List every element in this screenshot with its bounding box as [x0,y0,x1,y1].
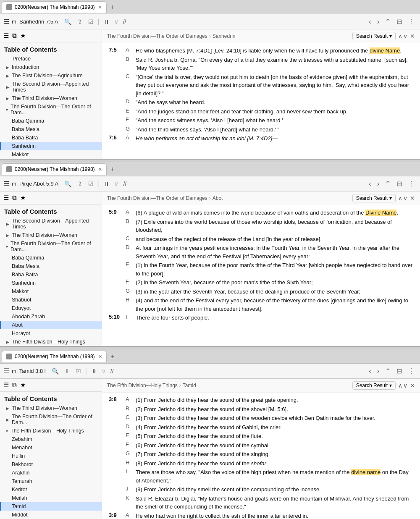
toc-item[interactable]: ▶Introduction [0,63,102,71]
parallel-button[interactable]: ⏸ [102,18,111,26]
toc-item[interactable]: Middot [0,511,102,519]
close-content-button[interactable]: ✕ [410,382,415,389]
toc-item[interactable]: Makkot [0,150,102,159]
sidebar-star-icon[interactable]: ★ [20,194,26,202]
search-button[interactable]: 🔍 [50,367,60,375]
toc-item[interactable]: ▶The Second Division—Appointed Times [0,217,102,231]
next-result-button[interactable]: ∨ [403,33,407,39]
toc-item[interactable]: Baba Qamma [0,254,102,262]
toc-item[interactable]: Bekhorot [0,460,102,469]
toc-item[interactable]: ▶The Fourth Division—The Order of Dam... [0,412,102,427]
share-button[interactable]: ⇪ [76,18,84,26]
sidebar-menu-icon[interactable]: ☰ [3,32,9,39]
split-view-button[interactable]: ⊟ [394,179,404,189]
close-content-button[interactable]: ✕ [410,33,415,39]
hamburger-menu-icon[interactable]: ☰ [3,180,9,188]
toc-item[interactable]: ▶The Fifth Division—Holy Things [0,338,102,346]
forward-nav-button[interactable]: › [375,17,381,26]
sidebar-copy-icon[interactable]: ⧉ [12,194,17,202]
back-nav-button[interactable]: ‹ [367,179,373,189]
toc-item[interactable]: ▶The Third Division—Women [0,231,102,239]
toc-item[interactable]: ▾The Fourth Division—The Order of Dam... [0,239,102,254]
tab-close-button[interactable]: ✕ [98,5,102,10]
sidebar-star-icon[interactable]: ★ [20,381,26,389]
toc-item[interactable]: Zebahim [0,435,102,443]
search-result-button[interactable]: Search Result ▾ [352,194,396,202]
new-tab-button[interactable]: + [109,353,116,360]
layout-button[interactable]: // [121,180,128,188]
parallel-button[interactable]: ⏸ [89,367,99,375]
layout-button[interactable]: // [109,367,116,375]
toc-item[interactable]: ▶The Third Division—Women [0,404,102,412]
prev-result-button[interactable]: ∧ [398,33,402,39]
sidebar-copy-icon[interactable]: ⧉ [12,32,17,39]
toc-item[interactable]: Temurah [0,477,102,485]
toc-item[interactable]: Eduyyot [0,304,102,312]
toc-item[interactable]: ▾The Fourth Division—The Order of Dam... [0,102,102,117]
toc-item[interactable]: Sanhedrin [0,142,102,150]
search-result-button[interactable]: Search Result ▾ [352,381,396,390]
prev-result-button[interactable]: ∧ [398,382,402,389]
toc-item[interactable]: Abot [0,321,102,329]
hamburger-menu-icon[interactable]: ☰ [3,18,9,26]
toc-item[interactable]: Abodah Zarah [0,312,102,321]
toc-item[interactable]: Horayot [0,329,102,338]
toc-item[interactable]: Baba Mesia [0,262,102,270]
check-button[interactable]: ☑ [87,18,95,26]
next-result-button[interactable]: ∨ [403,195,407,202]
check-button[interactable]: ☑ [74,367,83,375]
toc-item[interactable]: Tamid [0,502,102,511]
toc-item[interactable]: Meilah [0,494,102,502]
back-nav-button[interactable]: ‹ [367,367,373,376]
search-button[interactable]: 🔍 [63,18,73,26]
tab-close-button[interactable]: ✕ [98,167,102,172]
toc-item[interactable]: ▶The First Division—Agriculture [0,71,102,80]
options-button[interactable]: ⋮ [406,179,417,189]
sidebar-menu-icon[interactable]: ☰ [3,194,9,202]
back-nav-button[interactable]: ‹ [367,17,373,26]
forward-nav-button[interactable]: › [375,367,381,376]
prev-result-button[interactable]: ∧ [398,195,402,202]
options-button[interactable]: ⋮ [406,366,417,376]
check-button[interactable]: ☑ [87,180,95,188]
toc-item[interactable]: ▶The Third Division—Women [0,94,102,102]
share-button[interactable]: ⇪ [63,367,71,375]
toc-item[interactable]: Baba Mesia [0,125,102,134]
toc-item[interactable]: Keritot [0,485,102,494]
toc-item[interactable]: Hullin [0,452,102,460]
active-tab[interactable]: 0200(Neusner) The Mishnah (1998) ✕ [2,163,107,175]
active-tab[interactable]: 0200(Neusner) The Mishnah (1998) ✕ [2,351,107,362]
tab-close-button[interactable]: ✕ [98,354,102,359]
search-button[interactable]: 🔍 [63,180,73,188]
toc-item[interactable]: ▶The Second Division—Appointed Times [0,80,102,94]
toc-item[interactable]: Baba Qamma [0,117,102,125]
split-view-button[interactable]: ⊟ [394,366,404,376]
toc-item[interactable]: Makkot [0,287,102,296]
hamburger-menu-icon[interactable]: ☰ [3,367,9,375]
split-view-button[interactable]: ⊟ [394,17,404,26]
new-tab-button[interactable]: + [109,3,116,11]
toc-item[interactable]: Preface [0,55,102,63]
new-tab-button[interactable]: + [109,165,116,173]
toc-item[interactable]: Baba Batra [0,134,102,142]
layout-button[interactable]: // [121,18,128,26]
options-button[interactable]: ⋮ [406,17,417,26]
search-result-button[interactable]: Search Result ▾ [352,32,396,40]
toc-item[interactable]: Sanhedrin [0,279,102,287]
sidebar-copy-icon[interactable]: ⧉ [12,381,17,389]
forward-nav-button[interactable]: › [375,179,381,189]
toc-item[interactable]: ▾The Fifth Division—Holy Things [0,427,102,435]
sidebar-menu-icon[interactable]: ☰ [3,381,9,389]
share-button[interactable]: ⇪ [76,180,84,188]
toc-item[interactable]: Shabuot [0,296,102,304]
more-nav-button[interactable]: ⌃ [383,17,393,26]
toc-item[interactable]: Menahot [0,443,102,452]
more-nav-button[interactable]: ⌃ [383,179,393,189]
close-content-button[interactable]: ✕ [410,195,415,202]
toc-item[interactable]: Baba Batra [0,270,102,279]
sidebar-star-icon[interactable]: ★ [20,32,26,39]
toc-item[interactable]: Arakhin [0,469,102,477]
next-result-button[interactable]: ∨ [403,382,407,389]
more-nav-button[interactable]: ⌃ [383,366,393,376]
active-tab[interactable]: 0200(Neusner) The Mishnah (1998) ✕ [2,1,107,13]
